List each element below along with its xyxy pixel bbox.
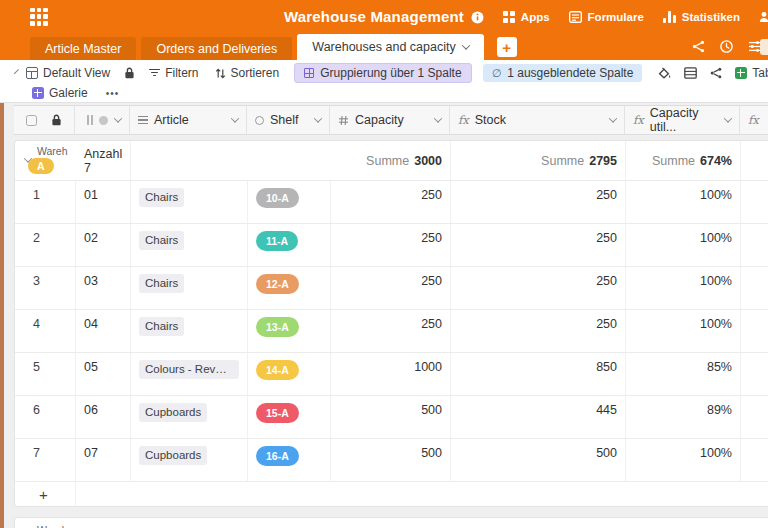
views-chevron-icon[interactable] — [14, 69, 19, 74]
column-capacity-util[interactable]: fx Capacity util... — [625, 106, 740, 134]
cell-name[interactable]: 01 — [76, 181, 131, 223]
nav-forms[interactable]: Formulare — [569, 11, 644, 23]
tab-orders-deliveries[interactable]: Orders and Deliveries — [141, 37, 292, 60]
cell-stock[interactable]: 250 — [451, 181, 626, 223]
column-name[interactable] — [75, 106, 130, 134]
cell-extra[interactable] — [741, 310, 768, 352]
cell-capacity[interactable]: 250 — [331, 224, 451, 266]
cell-util[interactable]: 100% — [626, 310, 741, 352]
nav-statistics[interactable]: Statistiken — [663, 11, 740, 23]
row-number: 1 — [15, 181, 76, 223]
grouping-badge[interactable]: Gruppierung über 1 Spalte — [294, 63, 471, 83]
share-icon[interactable] — [692, 40, 705, 53]
cell-shelf[interactable]: 13-A — [248, 310, 331, 352]
row-number: 6 — [15, 396, 76, 438]
cell-shelf[interactable]: 16-A — [248, 439, 331, 481]
grouping-grid-icon — [304, 68, 314, 78]
cell-capacity[interactable]: 250 — [331, 267, 451, 309]
cell-extra[interactable] — [741, 439, 768, 481]
table-row[interactable]: 6 06 Cupboards 15-A 500 445 89% — [15, 396, 768, 439]
cell-extra[interactable] — [741, 181, 768, 223]
nav-apps[interactable]: Apps — [503, 11, 550, 23]
gallery-button[interactable]: Galerie — [32, 86, 88, 100]
sort-button[interactable]: Sortieren — [215, 66, 280, 80]
table-relations-icon — [735, 67, 747, 79]
cell-extra[interactable] — [741, 267, 768, 309]
cell-article[interactable]: Cupboards — [131, 439, 248, 481]
cell-util[interactable]: 100% — [626, 439, 741, 481]
formula-column-icon: fx — [458, 113, 469, 127]
cell-shelf[interactable]: 12-A — [248, 267, 331, 309]
cell-capacity[interactable]: 1000 — [331, 353, 451, 395]
cell-util[interactable]: 85% — [626, 353, 741, 395]
cell-name[interactable]: 05 — [76, 353, 131, 395]
current-view-button[interactable]: Default View — [26, 66, 110, 80]
cell-stock[interactable]: 445 — [451, 396, 626, 438]
table-relations-button[interactable]: Tabellenbezie — [735, 66, 768, 80]
cell-name[interactable]: 06 — [76, 396, 131, 438]
cell-shelf[interactable]: 15-A — [248, 396, 331, 438]
hidden-columns-badge[interactable]: ∅ 1 ausgeblendete Spalte — [483, 64, 643, 82]
more-options-button[interactable]: ••• — [106, 88, 120, 99]
article-tag: Chairs — [139, 188, 184, 207]
cell-article[interactable]: Chairs — [131, 267, 248, 309]
cell-util[interactable]: 100% — [626, 181, 741, 223]
chevron-down-icon — [434, 114, 442, 122]
view-lock-icon[interactable] — [124, 67, 135, 79]
cell-stock[interactable]: 250 — [451, 224, 626, 266]
cell-name[interactable]: 02 — [76, 224, 131, 266]
cell-capacity[interactable]: 250 — [331, 310, 451, 352]
cell-article[interactable]: Cupboards — [131, 396, 248, 438]
add-tab-button[interactable]: + — [497, 37, 517, 57]
column-clipped[interactable]: fx — [740, 106, 768, 134]
filter-button[interactable]: Filtern — [149, 66, 198, 80]
column-stock[interactable]: fx Stock — [450, 106, 625, 134]
cell-shelf[interactable]: 14-A — [248, 353, 331, 395]
cell-shelf[interactable]: 11-A — [248, 224, 331, 266]
cell-article[interactable]: Chairs — [131, 224, 248, 266]
nav-collaborators[interactable] — [759, 11, 768, 23]
cell-util[interactable]: 89% — [626, 396, 741, 438]
cell-capacity[interactable]: 500 — [331, 396, 451, 438]
cell-name[interactable]: 04 — [76, 310, 131, 352]
cell-stock[interactable]: 500 — [451, 439, 626, 481]
cell-capacity[interactable]: 250 — [331, 181, 451, 223]
cell-util[interactable]: 100% — [626, 267, 741, 309]
table-row[interactable]: 7 07 Cupboards 16-A 500 500 100% — [15, 439, 768, 482]
row-height-icon[interactable] — [684, 67, 697, 79]
cell-article[interactable]: Chairs — [131, 181, 248, 223]
home-grid-icon[interactable] — [30, 8, 48, 26]
cell-util[interactable]: 100% — [626, 224, 741, 266]
table-row[interactable]: 2 02 Chairs 11-A 250 250 100% — [15, 224, 768, 267]
cell-extra[interactable] — [741, 353, 768, 395]
column-shelf[interactable]: Shelf — [247, 106, 330, 134]
select-all-checkbox[interactable] — [26, 115, 37, 126]
cell-extra[interactable] — [741, 396, 768, 438]
cell-stock[interactable]: 850 — [451, 353, 626, 395]
column-capacity[interactable]: Capacity — [330, 106, 450, 134]
group-label-cell[interactable]: Wareh A — [15, 141, 76, 180]
tab-warehouses-capacity[interactable]: Warehouses and capacity — [297, 34, 483, 60]
table-row[interactable]: 5 05 Colours - Revell... 14-A 1000 850 8… — [15, 353, 768, 396]
info-icon[interactable] — [471, 11, 484, 24]
cell-extra[interactable] — [741, 224, 768, 266]
group-value-pill: A — [28, 158, 54, 174]
add-row-button[interactable]: + — [15, 482, 76, 506]
cell-article[interactable]: Chairs — [131, 310, 248, 352]
cell-stock[interactable]: 250 — [451, 267, 626, 309]
history-clock-icon[interactable] — [720, 40, 733, 53]
cell-name[interactable]: 03 — [76, 267, 131, 309]
cell-shelf[interactable]: 10-A — [248, 181, 331, 223]
cell-stock[interactable]: 250 — [451, 310, 626, 352]
table-row[interactable]: 1 01 Chairs 10-A 250 250 100% — [15, 181, 768, 224]
column-article[interactable]: Article — [130, 106, 247, 134]
tab-article-master[interactable]: Article Master — [30, 37, 136, 60]
shelf-pill: 12-A — [256, 274, 299, 294]
color-bucket-icon[interactable] — [658, 67, 671, 79]
share-view-icon[interactable] — [710, 67, 722, 79]
cell-name[interactable]: 07 — [76, 439, 131, 481]
table-row[interactable]: 3 03 Chairs 12-A 250 250 100% — [15, 267, 768, 310]
cell-capacity[interactable]: 500 — [331, 439, 451, 481]
cell-article[interactable]: Colours - Revell... — [131, 353, 248, 395]
table-row[interactable]: 4 04 Chairs 13-A 250 250 100% — [15, 310, 768, 353]
